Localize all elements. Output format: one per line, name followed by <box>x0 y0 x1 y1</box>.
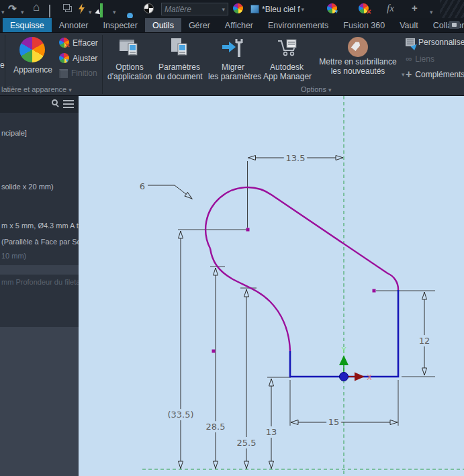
sketch-spline <box>210 248 290 351</box>
redo-icon[interactable]: ↷ <box>8 2 17 15</box>
sketch-point-right <box>373 289 376 293</box>
chevron-down-icon[interactable]: ▾ <box>89 5 92 19</box>
ajuster-button[interactable]: ▼ Ajuster <box>59 53 97 63</box>
chevron-down-icon[interactable]: ▾ <box>1 5 5 19</box>
tab-environnements[interactable]: Environnements <box>261 18 336 32</box>
dimension-right-height[interactable]: 12 <box>419 292 430 375</box>
appearance-combobox[interactable]: *Bleu ciel f ▾ <box>248 3 307 15</box>
appearance-combobox-value: *Bleu ciel f <box>262 5 300 14</box>
ribbon: e Apparence ✕ Effacer ▼ Ajuster Finition… <box>0 33 464 96</box>
adjust-appearance-icon: ▼ <box>59 53 69 63</box>
browser-node[interactable]: solide x 20 mm) <box>1 183 54 191</box>
tab-fusion-360[interactable]: Fusion 360 <box>336 18 392 32</box>
options-application-button[interactable]: Optionsd'application <box>107 37 152 81</box>
local-update-icon[interactable] <box>77 3 86 14</box>
material-ball-icon[interactable] <box>144 3 154 13</box>
search-icon[interactable] <box>52 99 58 105</box>
complements-label: Compléments <box>415 70 464 79</box>
material-combobox-value: Matière <box>165 5 191 14</box>
shopping-cart-icon <box>275 37 298 60</box>
clear-appearance-icon: ✕ <box>59 38 69 48</box>
apparence-button[interactable]: Apparence <box>13 37 51 75</box>
tab-gerer[interactable]: Gérer <box>181 18 218 32</box>
home-icon[interactable]: ⌂ <box>33 1 40 14</box>
svg-text:28.5: 28.5 <box>206 422 226 432</box>
svg-text:13.5: 13.5 <box>286 153 306 163</box>
drawing-view-icon[interactable] <box>49 5 50 17</box>
share-icon[interactable] <box>449 21 460 29</box>
menu-icon[interactable] <box>63 100 74 108</box>
sketch-svg: 13.5 6 (33.5) 28.5 <box>79 96 464 476</box>
tab-afficher[interactable]: Afficher <box>218 18 261 32</box>
sketch-profile[interactable] <box>205 187 398 377</box>
link-icon: ∞ <box>406 54 412 64</box>
svg-text:12: 12 <box>419 336 430 346</box>
tab-outils[interactable]: Outils <box>145 18 181 32</box>
migrate-arrow-wrench-icon <box>222 37 244 60</box>
dimension-top-width[interactable]: 13.5 <box>248 153 344 163</box>
complements-button[interactable]: + Compléments <box>406 70 464 79</box>
tab-esquisse[interactable]: Esquisse <box>3 18 52 32</box>
svg-text:6: 6 <box>140 181 145 191</box>
x-axis-arrow-icon <box>355 373 365 381</box>
x-badge-icon: ✕ <box>366 8 371 15</box>
dimension-height-c[interactable]: 13 <box>266 379 277 469</box>
model-browser-panel: ncipale] solide x 20 mm) m x 5 mm, Ø4.3 … <box>0 96 79 476</box>
y-axis-arrow-icon <box>339 355 349 365</box>
ribbon-tab-bar: Esquisse Annoter Inspecter Outils Gérer … <box>0 18 464 33</box>
apparence-label: Apparence <box>13 65 51 75</box>
chevron-down-icon[interactable]: ▾ <box>113 5 116 19</box>
browser-node[interactable]: (Parallèle à Face par Sc <box>1 238 81 246</box>
effacer-button[interactable]: ✕ Effacer <box>59 38 98 48</box>
dimension-total-height[interactable]: (33.5) <box>167 231 193 469</box>
finish-cube-icon <box>59 69 68 78</box>
finition-label: Finition <box>71 68 97 78</box>
copy-icon[interactable] <box>63 4 70 10</box>
sketch-canvas[interactable]: 13.5 6 (33.5) 28.5 <box>79 96 464 476</box>
dimension-radius[interactable]: 6 <box>140 181 192 199</box>
chevron-down-icon[interactable]: ▾ <box>430 5 433 19</box>
fx-parameters-icon[interactable]: fx <box>387 1 394 15</box>
app-manager-button[interactable]: AutodeskApp Manager <box>263 37 310 81</box>
plus-icon[interactable]: + <box>412 1 418 15</box>
browser-node[interactable]: m x 5 mm, Ø4.3 mm A t <box>1 222 79 230</box>
chevron-down-icon[interactable]: ▾ <box>402 71 405 78</box>
personnaliser-button[interactable]: Personnaliser <box>406 38 464 47</box>
appearance-swatch-icon <box>250 5 259 13</box>
y-axis-label: Y <box>341 346 346 354</box>
plus-icon: + <box>406 70 412 79</box>
x-badge-icon: ✕ <box>64 42 70 49</box>
effacer-label: Effacer <box>73 38 98 48</box>
document-settings-icon <box>168 37 191 60</box>
browser-node[interactable]: ncipale] <box>1 129 27 137</box>
browser-node[interactable]: 10 mm) <box>1 252 26 260</box>
migrate-settings-button[interactable]: Migrerles paramètres <box>208 37 258 81</box>
browser-node[interactable]: mm Profondeur du fileta <box>1 278 80 286</box>
dimension-height-b[interactable]: 25.5 <box>237 289 257 469</box>
options-panel-label[interactable]: Options ▾ <box>301 85 332 93</box>
chevron-down-icon: ▾ <box>222 6 225 13</box>
material-combobox[interactable]: Matière ▾ <box>161 3 228 15</box>
svg-text:(33.5): (33.5) <box>167 410 193 420</box>
origin-indicator[interactable]: Y X <box>339 346 372 382</box>
title-bar: ▾ ↷ ▾ ⌂ ▾ ▾ Matière ▾ *Bleu ciel f ▾ ▼ ✕… <box>0 0 464 18</box>
material-panel-label[interactable]: latière et apparence ▾ <box>1 85 72 93</box>
tab-annoter[interactable]: Annoter <box>52 18 96 32</box>
chevron-down-icon[interactable]: ▾ <box>21 5 24 19</box>
document-settings-button[interactable]: Paramètresdu document <box>156 37 203 81</box>
liens-button[interactable]: ∞ Liens <box>406 54 434 64</box>
personnaliser-label: Personnaliser <box>418 38 464 47</box>
color-wheel-icon[interactable] <box>233 3 243 13</box>
origin-point <box>340 373 349 381</box>
tab-vault[interactable]: Vault <box>392 18 426 32</box>
highlighter-icon <box>348 37 368 57</box>
color-wheel-icon <box>19 37 45 62</box>
select-tool-icon[interactable] <box>100 3 103 17</box>
finition-button[interactable]: Finition <box>59 68 97 78</box>
highlight-new-button[interactable]: Mettre en surbrillanceles nouveautés <box>313 37 403 76</box>
titlebar-grip <box>440 0 464 18</box>
dimension-height-a[interactable]: 28.5 <box>206 268 226 469</box>
tab-inspecter[interactable]: Inspecter <box>96 18 145 32</box>
separator <box>102 35 103 94</box>
sketch-curve-outer <box>205 187 398 290</box>
